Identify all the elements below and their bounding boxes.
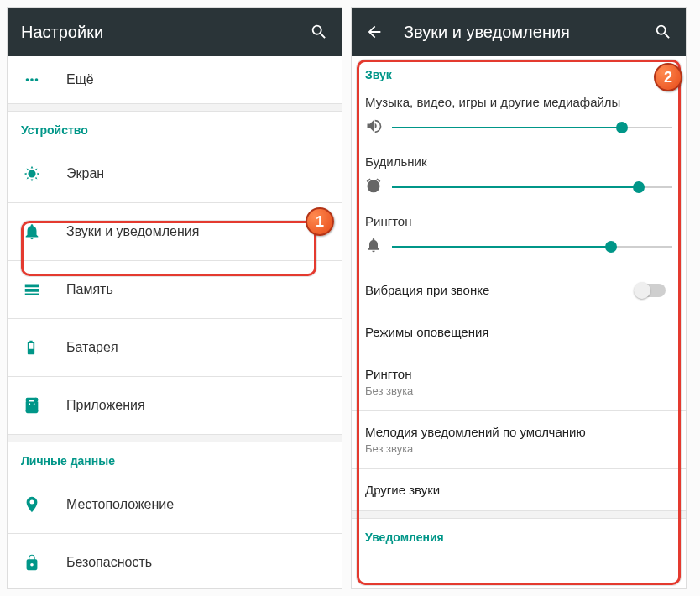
row-apps[interactable]: Приложения bbox=[8, 377, 342, 434]
divider bbox=[352, 510, 686, 519]
row-label: Безопасность bbox=[66, 555, 152, 570]
row-label: Экран bbox=[66, 166, 104, 181]
storage-icon bbox=[23, 280, 66, 299]
svg-point-1 bbox=[30, 78, 34, 81]
slider-media[interactable]: Музыка, видео, игры и другие медиафайлы bbox=[352, 90, 686, 149]
appbar: Настройки bbox=[8, 8, 342, 56]
badge-1: 1 bbox=[306, 207, 334, 236]
row-label: Батарея bbox=[66, 340, 118, 355]
sounds-screen: Звуки и уведомления Звук Музыка, видео, … bbox=[351, 7, 687, 589]
section-notifications: Уведомления bbox=[352, 519, 686, 552]
row-label: Приложения bbox=[66, 398, 145, 413]
setting-label: Режимы оповещения bbox=[365, 325, 672, 339]
bell-icon bbox=[23, 222, 66, 241]
battery-icon bbox=[23, 338, 66, 357]
setting-label: Мелодия уведомлений по умолчанию bbox=[365, 425, 672, 439]
row-sounds[interactable]: Звуки и уведомления bbox=[8, 203, 342, 260]
badge-2: 2 bbox=[654, 63, 682, 91]
search-icon[interactable] bbox=[654, 23, 672, 41]
slider-track[interactable] bbox=[392, 186, 672, 188]
slider-alarm[interactable]: Будильник bbox=[352, 149, 686, 209]
row-location[interactable]: Местоположение bbox=[8, 476, 342, 533]
row-more[interactable]: Ещё bbox=[8, 56, 342, 103]
row-notif-sound[interactable]: Мелодия уведомлений по умолчанию Без зву… bbox=[352, 411, 686, 468]
setting-label: Вибрация при звонке bbox=[365, 283, 489, 297]
divider bbox=[8, 434, 342, 442]
row-other-sounds[interactable]: Другие звуки bbox=[352, 469, 686, 510]
row-security[interactable]: Безопасность bbox=[8, 534, 342, 588]
row-display[interactable]: Экран bbox=[8, 145, 342, 202]
section-sound: Звук bbox=[352, 56, 686, 90]
section-personal: Личные данные bbox=[8, 442, 342, 476]
display-icon bbox=[23, 165, 66, 183]
svg-point-2 bbox=[35, 78, 39, 81]
settings-list[interactable]: Ещё Устройство Экран Звуки и уведомления… bbox=[8, 56, 342, 588]
row-vibrate[interactable]: Вибрация при звонке bbox=[352, 269, 686, 311]
appbar-title: Настройки bbox=[21, 23, 310, 42]
row-battery[interactable]: Батарея bbox=[8, 319, 342, 376]
row-label: Звуки и уведомления bbox=[66, 224, 199, 239]
settings-screen: Настройки Ещё Устройство Экран Звуки и у… bbox=[7, 7, 342, 589]
lock-icon bbox=[23, 553, 66, 572]
switch-off[interactable] bbox=[635, 284, 666, 297]
back-icon[interactable] bbox=[365, 23, 384, 41]
slider-label: Музыка, видео, игры и другие медиафайлы bbox=[365, 95, 672, 109]
slider-track[interactable] bbox=[392, 246, 672, 248]
more-icon bbox=[23, 71, 66, 89]
slider-label: Рингтон bbox=[365, 214, 672, 228]
slider-track[interactable] bbox=[392, 127, 672, 128]
section-device: Устройство bbox=[8, 112, 342, 145]
search-icon[interactable] bbox=[310, 23, 328, 41]
row-label: Ещё bbox=[66, 72, 94, 87]
location-icon bbox=[23, 495, 66, 514]
svg-point-0 bbox=[26, 78, 29, 81]
sounds-list[interactable]: Звук Музыка, видео, игры и другие медиаф… bbox=[352, 56, 686, 588]
row-label: Местоположение bbox=[66, 497, 174, 512]
setting-sub: Без звука bbox=[365, 442, 672, 455]
slider-label: Будильник bbox=[365, 154, 672, 169]
alarm-icon bbox=[365, 177, 382, 197]
setting-label: Другие звуки bbox=[365, 483, 672, 497]
appbar: Звуки и уведомления bbox=[352, 8, 686, 56]
row-ringtone[interactable]: Рингтон Без звука bbox=[352, 353, 686, 410]
divider bbox=[8, 103, 342, 112]
slider-ring[interactable]: Рингтон bbox=[352, 209, 686, 269]
volume-icon bbox=[365, 118, 382, 138]
bell-icon bbox=[365, 237, 382, 257]
row-modes[interactable]: Режимы оповещения bbox=[352, 311, 686, 353]
appbar-title: Звуки и уведомления bbox=[404, 23, 654, 42]
setting-label: Рингтон bbox=[365, 367, 672, 381]
setting-sub: Без звука bbox=[365, 384, 672, 397]
apps-icon bbox=[23, 396, 66, 415]
row-label: Память bbox=[66, 282, 113, 297]
row-storage[interactable]: Память bbox=[8, 261, 342, 318]
